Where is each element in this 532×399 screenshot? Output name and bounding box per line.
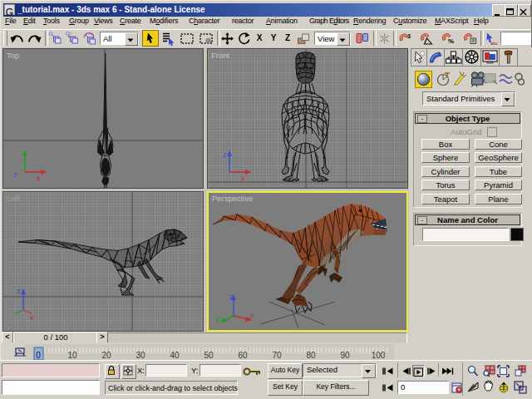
svg-text:%: % [448, 37, 454, 45]
svg-text:x: x [30, 313, 34, 320]
svg-text:x: x [241, 174, 245, 180]
svg-text:60: 60 [238, 351, 248, 360]
svg-text:z: z [229, 293, 234, 301]
svg-text:80: 80 [306, 351, 316, 360]
svg-text:90: 90 [340, 351, 350, 360]
svg-text:z: z [223, 150, 227, 159]
svg-text:40: 40 [170, 351, 180, 360]
svg-text:70: 70 [272, 351, 282, 360]
svg-text:y: y [215, 314, 219, 323]
svg-text:abc: abc [490, 41, 498, 46]
svg-text:x: x [37, 174, 41, 180]
svg-text:10: 10 [67, 351, 77, 360]
svg-text:50: 50 [204, 351, 214, 360]
svg-text:100: 100 [372, 351, 386, 360]
svg-text:20: 20 [101, 351, 111, 360]
svg-text:0: 0 [36, 351, 41, 360]
svg-text:z: z [13, 170, 17, 179]
svg-text:30: 30 [135, 351, 145, 360]
svg-text:3: 3 [407, 33, 411, 39]
svg-text:x: x [250, 311, 254, 319]
svg-text:z: z [17, 287, 21, 295]
